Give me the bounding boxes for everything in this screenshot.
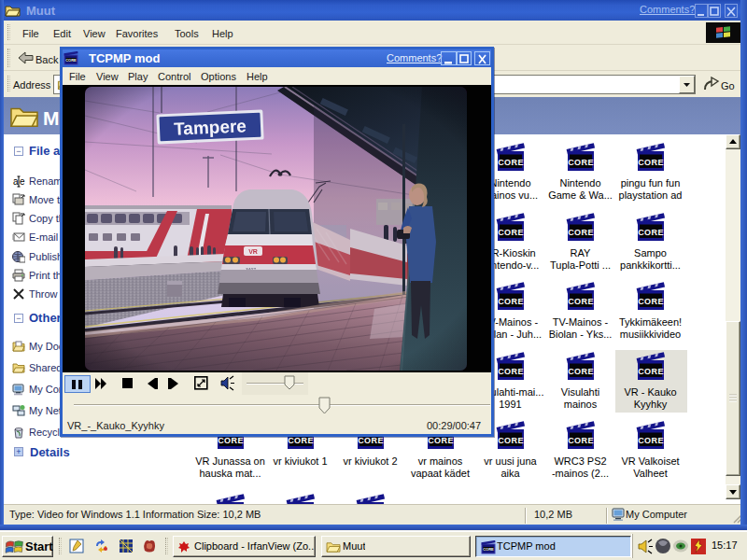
svg-text:CORE: CORE xyxy=(65,58,77,63)
svg-text:CORE: CORE xyxy=(483,547,494,552)
